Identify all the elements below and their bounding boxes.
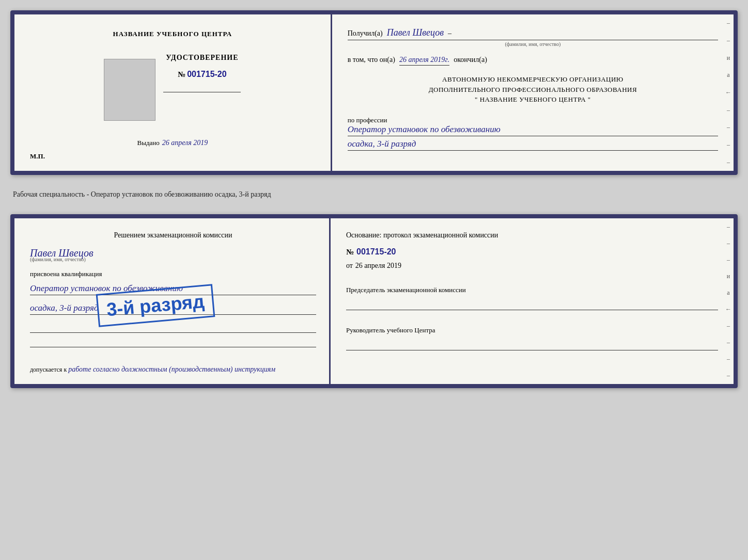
bottom-certificate: Решением экзаменационной комиссии Павел … <box>10 214 738 388</box>
profession-text: Оператор установок по обезвоживанию <box>348 124 718 136</box>
org-line1: АВТОНОМНУЮ НЕКОММЕРЧЕСКУЮ ОРГАНИЗАЦИЮ <box>348 74 718 85</box>
decision-label: Решением экзаменационной комиссии <box>30 231 316 239</box>
received-label: Получил(а) <box>348 29 383 38</box>
cert-number-prefix: № <box>178 70 185 79</box>
signature-lines <box>30 323 316 347</box>
protocol-number: 001715-20 <box>356 247 396 257</box>
org-line3: " НАЗВАНИЕ УЧЕБНОГО ЦЕНТРА " <box>348 94 718 105</box>
org-line2: ДОПОЛНИТЕЛЬНОГО ПРОФЕССИОНАЛЬНОГО ОБРАЗО… <box>348 85 718 95</box>
right-margin-marks: ––иа←–––– <box>723 14 734 171</box>
page-wrapper: НАЗВАНИЕ УЧЕБНОГО ЦЕНТРА УДОСТОВЕРЕНИЕ №… <box>10 10 738 388</box>
allowed-label: допускается к работе согласно должностны… <box>30 365 316 374</box>
bottom-cert-left: Решением экзаменационной комиссии Павел … <box>14 218 331 384</box>
profession-sub: осадка, 3-й разряд <box>348 139 718 151</box>
in-that-label: в том, что он(а) <box>348 56 395 64</box>
cert-type-label: УДОСТОВЕРЕНИЕ <box>166 54 238 62</box>
finished-label: окончил(а) <box>454 56 487 64</box>
top-cert-left: НАЗВАНИЕ УЧЕБНОГО ЦЕНТРА УДОСТОВЕРЕНИЕ №… <box>14 14 332 171</box>
recipient-name: Павел Швецов <box>387 27 444 38</box>
profession-label: по профессии <box>348 116 718 124</box>
completed-date: 26 апреля 2019г. <box>399 56 449 66</box>
sig-line-2 <box>30 337 316 347</box>
chairman-sig-line <box>346 297 718 310</box>
bottom-name-block: Павел Швецов (фамилия, имя, отчество) <box>30 247 316 262</box>
name-subtitle: (фамилия, имя, отчество) <box>348 41 718 47</box>
mp-stamp: М.П. <box>30 152 45 161</box>
separator-text: Рабочая специальность - Оператор установ… <box>10 185 738 204</box>
issued-label: Выдано <box>137 139 160 147</box>
dash-symbol: – <box>448 29 451 38</box>
chairman-label: Председатель экзаменационной комиссии <box>346 285 718 295</box>
date-prefix: от <box>346 262 353 270</box>
photo-placeholder <box>104 59 155 121</box>
bottom-cert-right: Основание: протокол экзаменационной коми… <box>331 218 734 384</box>
cert-number: 001715-20 <box>187 70 227 79</box>
director-sig-line <box>346 338 718 350</box>
stamp-text: 3-й разряд <box>106 291 206 320</box>
protocol-date-line: от 26 апреля 2019 <box>346 262 718 270</box>
top-certificate: НАЗВАНИЕ УЧЕБНОГО ЦЕНТРА УДОСТОВЕРЕНИЕ №… <box>10 10 738 175</box>
sig-line-1 <box>30 323 316 333</box>
bottom-name-subtitle: (фамилия, имя, отчество) <box>30 257 316 262</box>
top-cert-right: Получил(а) Павел Швецов – (фамилия, имя,… <box>332 14 734 171</box>
basis-label: Основание: протокол экзаменационной коми… <box>346 231 718 239</box>
protocol-date: 26 апреля 2019 <box>355 262 401 270</box>
bottom-right-margin-marks: –––иа←–––– <box>723 218 734 384</box>
top-cert-title: НАЗВАНИЕ УЧЕБНОГО ЦЕНТРА <box>113 30 232 38</box>
director-label: Руководитель учебного Центра <box>346 326 718 335</box>
assigned-label: присвоена квалификация <box>30 270 316 278</box>
allowed-text: работе согласно должностным (производств… <box>68 365 275 373</box>
issued-date: 26 апреля 2019 <box>162 139 208 147</box>
protocol-prefix: № <box>346 248 354 257</box>
